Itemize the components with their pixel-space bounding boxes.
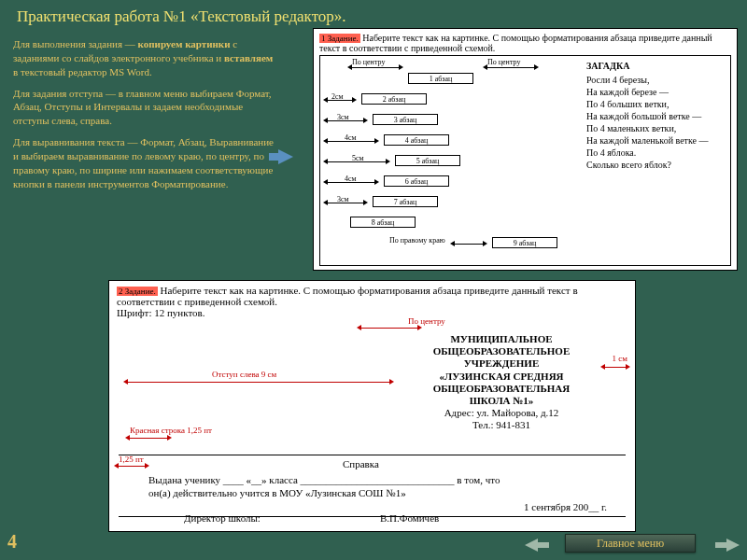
riddle-line: На каждой березе — [586,86,726,98]
task2-badge: 2 Задание. [117,287,158,296]
instruction-p3: Для выравнивания текста — Формат, Абзац,… [13,135,275,190]
box-5: 5 абзац [395,155,460,166]
director-label: Директор школы: [184,512,261,524]
box-2: 2 абзац [361,93,427,105]
riddle-line: По 4 яблока. [586,147,726,159]
right-margin-arrow [605,367,626,368]
label-right-margin: 1 см [613,354,627,363]
row-6: 4см 6 абзац [324,175,581,189]
school-line: ШКОЛА №1» [399,395,604,407]
riddle-line: На каждой маленькой ветке — [586,134,726,147]
label-left-indent: Отступ слева 9 см [212,370,276,379]
director-name: В.П.Фомичев [380,512,439,524]
task1-card: 1 Задание. Наберите текст как на картинк… [313,28,738,271]
label-red-line: Красная строка 1,25 пт [130,426,212,435]
main-menu-button[interactable]: Главное меню [565,534,696,553]
divider-1 [119,455,626,455]
box-3: 3 абзац [373,114,438,125]
school-line: Тел.: 941-831 [399,419,604,431]
row-4: 4см 4 абзац [324,134,581,147]
task1-diagram: По центру По центру 1 абзац 2см 2 абзац … [324,60,581,261]
box-6: 6 абзац [384,175,449,187]
row-5: 5см 5 абзац [324,155,581,168]
school-line: Адрес: ул. Майорова, д.12 [399,407,604,419]
row-7: 3см 7 абзац [324,196,581,209]
spravka-body: Выдана ученику ____ «__» класса ________… [148,473,615,500]
label-center-right: По центру [487,58,520,66]
task1-badge: 1 Задание. [319,34,360,43]
page-number: 4 [7,531,17,553]
spravka-title: Справка [343,458,379,469]
riddle-title: ЗАГАДКА [586,60,726,72]
box-8: 8 абзац [350,217,416,228]
row-8: 8 абзац [324,217,581,230]
riddle-block: ЗАГАДКА Росли 4 березы, На каждой березе… [586,60,726,261]
row-9: По правому краю 9 абзац [324,237,581,250]
task2-card: 2 Задание. Наберите текст как на картинк… [108,280,636,532]
school-block: МУНИЦИПАЛЬНОЕ ОБЩЕОБРАЗОВАТЕЛЬНОЕ УЧРЕЖД… [399,333,604,432]
top-arrow-left [352,67,399,68]
school-line: УЧРЕЖДЕНИЕ [399,357,604,370]
box-7: 7 абзац [373,196,438,207]
riddle-line: Росли 4 березы, [586,74,726,86]
page-title: Практическая работа №1 «Текстовый редакт… [17,7,346,26]
school-line: МУНИЦИПАЛЬНОЕ [399,333,604,345]
label-center: По центру [408,316,445,326]
task2-text: Наберите текст как на картинке. С помощь… [117,285,578,307]
label-center-left: По центру [352,58,385,66]
instruction-p1: Для выполнения задания — копируем картин… [13,37,275,79]
nav-prev-button[interactable] [525,539,538,552]
task1-text: Наберите текст как на картинке. С помощь… [319,33,712,53]
task1-header: 1 Задание. Наберите текст как на картинк… [319,33,731,53]
arrow-right-icon [278,149,293,164]
box-4: 4 абзац [384,134,449,146]
task2-header: 2 Задание. Наберите текст как на картинк… [117,285,627,307]
school-line: «ЛУЗИНСКАЯ СРЕДНЯЯ [399,371,604,383]
row-3: 3см 3 абзац [324,114,581,127]
small-arrow [119,466,145,467]
instructions-block: Для выполнения задания — копируем картин… [13,37,275,198]
row-2: 2см 2 абзац [324,93,581,106]
row-1: 1 абзац [324,73,581,86]
label-small: 1,25 пт [119,455,144,464]
riddle-line: На каждой большой ветке — [586,110,726,122]
riddle-line: По 4 маленьких ветки, [586,122,726,134]
red-line-arrow [130,438,167,439]
school-line: ОБЩЕОБРАЗОВАТЕЛЬНАЯ [399,383,604,395]
instruction-p2: Для задания отступа — в главном меню выб… [13,87,275,129]
riddle-line: Сколько всего яблок? [586,159,726,171]
school-line: ОБЩЕОБРАЗОВАТЕЛЬНОЕ [399,345,604,357]
riddle-line: По 4 больших ветки, [586,98,726,110]
task2-font-note: Шрифт: 12 пунктов. [117,307,627,318]
top-arrow-right [487,67,534,68]
nav-next-button[interactable] [726,539,740,552]
center-arrow [361,328,417,329]
spravka-date: 1 сентября 200__ г. [524,501,607,512]
box-1: 1 абзац [408,73,473,84]
left-indent-arrow [128,382,389,383]
box-9: 9 абзац [492,237,557,248]
